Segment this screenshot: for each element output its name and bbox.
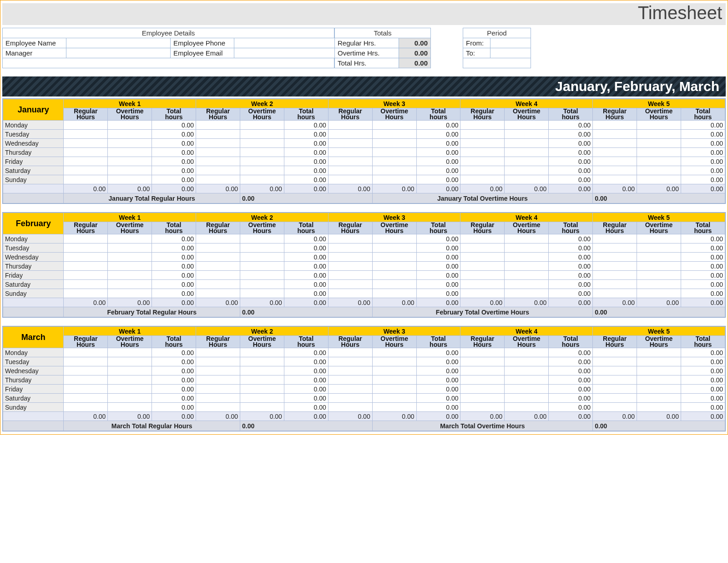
regular-hours-cell[interactable]	[328, 403, 372, 412]
regular-hours-cell[interactable]	[593, 280, 637, 289]
overtime-hours-cell[interactable]	[372, 234, 416, 243]
overtime-hours-cell[interactable]	[108, 234, 152, 243]
overtime-hours-cell[interactable]	[505, 262, 549, 271]
regular-hours-cell[interactable]	[593, 366, 637, 375]
regular-hours-cell[interactable]	[196, 148, 240, 157]
overtime-hours-cell[interactable]	[108, 148, 152, 157]
overtime-hours-cell[interactable]	[505, 403, 549, 412]
overtime-hours-cell[interactable]	[240, 385, 284, 394]
period-from-field[interactable]	[490, 38, 531, 48]
overtime-hours-cell[interactable]	[240, 243, 284, 253]
overtime-hours-cell[interactable]	[637, 139, 681, 148]
overtime-hours-cell[interactable]	[372, 385, 416, 394]
overtime-hours-cell[interactable]	[505, 375, 549, 385]
regular-hours-cell[interactable]	[196, 366, 240, 375]
regular-hours-cell[interactable]	[196, 357, 240, 366]
overtime-hours-cell[interactable]	[372, 157, 416, 166]
overtime-hours-cell[interactable]	[108, 375, 152, 385]
regular-hours-cell[interactable]	[593, 394, 637, 403]
overtime-hours-cell[interactable]	[637, 403, 681, 412]
overtime-hours-cell[interactable]	[505, 271, 549, 280]
regular-hours-cell[interactable]	[328, 175, 372, 184]
overtime-hours-cell[interactable]	[372, 280, 416, 289]
regular-hours-cell[interactable]	[328, 289, 372, 298]
regular-hours-cell[interactable]	[64, 289, 108, 298]
regular-hours-cell[interactable]	[460, 403, 505, 412]
overtime-hours-cell[interactable]	[637, 271, 681, 280]
regular-hours-cell[interactable]	[196, 139, 240, 148]
overtime-hours-cell[interactable]	[505, 148, 549, 157]
regular-hours-cell[interactable]	[64, 271, 108, 280]
regular-hours-cell[interactable]	[64, 234, 108, 243]
regular-hours-cell[interactable]	[64, 166, 108, 175]
overtime-hours-cell[interactable]	[505, 121, 549, 130]
overtime-hours-cell[interactable]	[372, 139, 416, 148]
regular-hours-cell[interactable]	[593, 253, 637, 262]
regular-hours-cell[interactable]	[196, 289, 240, 298]
regular-hours-cell[interactable]	[196, 262, 240, 271]
overtime-hours-cell[interactable]	[372, 121, 416, 130]
period-to-field[interactable]	[490, 48, 531, 58]
overtime-hours-cell[interactable]	[505, 157, 549, 166]
overtime-hours-cell[interactable]	[505, 357, 549, 366]
overtime-hours-cell[interactable]	[108, 262, 152, 271]
regular-hours-cell[interactable]	[328, 166, 372, 175]
regular-hours-cell[interactable]	[64, 348, 108, 357]
regular-hours-cell[interactable]	[460, 394, 505, 403]
regular-hours-cell[interactable]	[328, 148, 372, 157]
overtime-hours-cell[interactable]	[108, 280, 152, 289]
regular-hours-cell[interactable]	[196, 175, 240, 184]
regular-hours-cell[interactable]	[593, 243, 637, 253]
overtime-hours-cell[interactable]	[637, 394, 681, 403]
regular-hours-cell[interactable]	[196, 280, 240, 289]
overtime-hours-cell[interactable]	[505, 348, 549, 357]
regular-hours-cell[interactable]	[593, 157, 637, 166]
overtime-hours-cell[interactable]	[240, 289, 284, 298]
regular-hours-cell[interactable]	[593, 139, 637, 148]
overtime-hours-cell[interactable]	[108, 139, 152, 148]
overtime-hours-cell[interactable]	[108, 357, 152, 366]
overtime-hours-cell[interactable]	[372, 175, 416, 184]
overtime-hours-cell[interactable]	[108, 394, 152, 403]
overtime-hours-cell[interactable]	[372, 253, 416, 262]
overtime-hours-cell[interactable]	[108, 157, 152, 166]
regular-hours-cell[interactable]	[460, 262, 505, 271]
regular-hours-cell[interactable]	[64, 357, 108, 366]
regular-hours-cell[interactable]	[460, 271, 505, 280]
overtime-hours-cell[interactable]	[505, 280, 549, 289]
overtime-hours-cell[interactable]	[637, 366, 681, 375]
regular-hours-cell[interactable]	[593, 234, 637, 243]
regular-hours-cell[interactable]	[196, 375, 240, 385]
regular-hours-cell[interactable]	[196, 121, 240, 130]
overtime-hours-cell[interactable]	[637, 175, 681, 184]
overtime-hours-cell[interactable]	[505, 166, 549, 175]
regular-hours-cell[interactable]	[328, 375, 372, 385]
regular-hours-cell[interactable]	[64, 139, 108, 148]
overtime-hours-cell[interactable]	[240, 271, 284, 280]
regular-hours-cell[interactable]	[328, 253, 372, 262]
regular-hours-cell[interactable]	[328, 366, 372, 375]
regular-hours-cell[interactable]	[328, 385, 372, 394]
overtime-hours-cell[interactable]	[372, 289, 416, 298]
overtime-hours-cell[interactable]	[637, 348, 681, 357]
overtime-hours-cell[interactable]	[505, 234, 549, 243]
regular-hours-cell[interactable]	[593, 271, 637, 280]
regular-hours-cell[interactable]	[64, 403, 108, 412]
overtime-hours-cell[interactable]	[372, 243, 416, 253]
regular-hours-cell[interactable]	[64, 148, 108, 157]
regular-hours-cell[interactable]	[328, 262, 372, 271]
overtime-hours-cell[interactable]	[372, 130, 416, 139]
overtime-hours-cell[interactable]	[372, 262, 416, 271]
regular-hours-cell[interactable]	[460, 130, 505, 139]
regular-hours-cell[interactable]	[460, 253, 505, 262]
overtime-hours-cell[interactable]	[108, 175, 152, 184]
overtime-hours-cell[interactable]	[505, 130, 549, 139]
overtime-hours-cell[interactable]	[240, 403, 284, 412]
overtime-hours-cell[interactable]	[505, 253, 549, 262]
overtime-hours-cell[interactable]	[637, 253, 681, 262]
overtime-hours-cell[interactable]	[505, 394, 549, 403]
overtime-hours-cell[interactable]	[108, 289, 152, 298]
overtime-hours-cell[interactable]	[505, 366, 549, 375]
overtime-hours-cell[interactable]	[505, 385, 549, 394]
regular-hours-cell[interactable]	[593, 175, 637, 184]
